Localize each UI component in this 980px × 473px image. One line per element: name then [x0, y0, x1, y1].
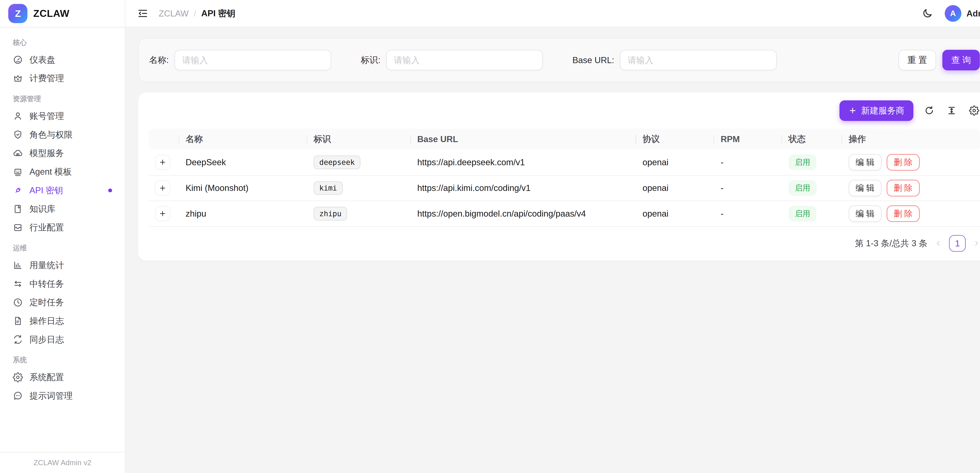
- sidebar-item-operation-logs[interactable]: 操作日志: [6, 312, 119, 330]
- api-plug-icon: [13, 185, 23, 196]
- base-url-filter-input[interactable]: [620, 50, 777, 70]
- expand-row-button[interactable]: [155, 180, 170, 196]
- user-menu[interactable]: A Admin: [945, 5, 980, 22]
- reload-icon: [924, 105, 934, 116]
- sidebar-item-sync-logs[interactable]: 同步日志: [6, 330, 119, 349]
- sidebar-item-label: 行业配置: [29, 222, 64, 233]
- sidebar-item-roles[interactable]: 角色与权限: [6, 126, 119, 144]
- column-header-base-url: Base URL: [411, 129, 636, 150]
- menu-fold-icon: [137, 8, 149, 19]
- active-dot: [108, 189, 112, 193]
- delete-button[interactable]: 删 除: [887, 205, 920, 222]
- filter-actions: 重 置 查 询: [899, 50, 980, 70]
- slug-filter-label: 标识:: [361, 54, 380, 66]
- chevron-right-icon: [973, 239, 980, 247]
- name-filter-input[interactable]: [175, 50, 331, 70]
- prev-page-button[interactable]: [934, 239, 942, 247]
- sidebar-item-label: 账号管理: [29, 110, 64, 122]
- plus-icon: [159, 184, 166, 192]
- column-header-status: 状态: [782, 129, 842, 150]
- sidebar-item-prompt-management[interactable]: 提示词管理: [6, 387, 119, 405]
- row-actions: 编 辑 删 除: [849, 205, 974, 222]
- cloud-server-icon: [13, 148, 23, 158]
- filter-bar: 名称: 标识: Base URL: 重 置 查 询: [138, 38, 980, 83]
- sidebar-item-dashboard[interactable]: 仪表盘: [6, 51, 119, 69]
- expand-row-button[interactable]: [155, 206, 170, 221]
- sidebar-item-billing[interactable]: 计费管理: [6, 69, 119, 88]
- sidebar-item-industry-config[interactable]: 行业配置: [6, 218, 119, 237]
- sidebar-item-label: 操作日志: [29, 315, 64, 327]
- user-icon: [13, 111, 23, 121]
- sidebar-item-label: 知识库: [29, 203, 55, 215]
- base-url-filter-label: Base URL:: [572, 55, 614, 65]
- breadcrumb: ZCLAW / API 密钥: [159, 8, 235, 19]
- refresh-button[interactable]: [923, 104, 936, 117]
- sidebar-collapse-button[interactable]: [136, 6, 150, 21]
- avatar: A: [945, 5, 961, 22]
- chat-bubble-icon: [13, 391, 23, 401]
- sidebar-item-accounts[interactable]: 账号管理: [6, 107, 119, 126]
- sidebar-item-model-services[interactable]: 模型服务: [6, 144, 119, 163]
- gear-icon: [13, 372, 23, 382]
- delete-button[interactable]: 删 除: [887, 154, 920, 171]
- pagination: 第 1-3 条/总共 3 条 1: [149, 235, 980, 252]
- row-density-button[interactable]: [945, 104, 958, 117]
- user-name: Admin: [966, 9, 980, 18]
- edit-button[interactable]: 编 辑: [849, 205, 881, 222]
- swap-icon: [13, 279, 23, 289]
- sidebar-item-relay-tasks[interactable]: 中转任务: [6, 275, 119, 293]
- sidebar-nav: 核心 仪表盘 计费管理 资源管理 账号管理 角色与权限 模型服务: [0, 27, 125, 452]
- plus-icon: [848, 107, 857, 115]
- reset-button[interactable]: 重 置: [899, 50, 936, 70]
- table-toolbar: 新建服务商: [149, 100, 980, 121]
- clock-icon: [13, 297, 23, 307]
- dashboard-icon: [13, 55, 23, 65]
- sidebar-item-usage-stats[interactable]: 用量统计: [6, 256, 119, 275]
- moon-icon: [921, 8, 933, 19]
- table-card: 新建服务商 名称: [138, 93, 980, 261]
- delete-button[interactable]: 删 除: [887, 180, 920, 196]
- provider-base-url: https://api.deepseek.com/v1: [411, 150, 636, 175]
- sidebar-item-label: 提示词管理: [29, 390, 73, 401]
- shield-check-icon: [13, 129, 23, 140]
- search-button[interactable]: 查 询: [942, 50, 980, 70]
- next-page-button[interactable]: [973, 239, 980, 247]
- shop-icon: [13, 223, 23, 233]
- sidebar-item-knowledge-base[interactable]: 知识库: [6, 200, 119, 218]
- provider-rpm: -: [714, 201, 782, 226]
- edit-button[interactable]: 编 辑: [849, 180, 881, 196]
- provider-name: DeepSeek: [179, 150, 307, 175]
- edit-button[interactable]: 编 辑: [849, 154, 881, 171]
- table-row: DeepSeek deepseek https://api.deepseek.c…: [149, 150, 980, 175]
- sidebar-item-label: 同步日志: [29, 334, 64, 346]
- brand[interactable]: Z ZCLAW: [0, 0, 125, 27]
- filter-field-slug: 标识:: [361, 50, 543, 70]
- expand-row-button[interactable]: [155, 154, 170, 170]
- plus-icon: [159, 158, 166, 166]
- brand-logo-icon: Z: [8, 4, 27, 23]
- nav-section-label-resources: 资源管理: [6, 88, 119, 107]
- plus-icon: [159, 210, 166, 217]
- sidebar-item-agent-templates[interactable]: Agent 模板: [6, 162, 119, 181]
- page-1-button[interactable]: 1: [949, 235, 966, 252]
- table-row: zhipu zhipu https://open.bigmodel.cn/api…: [149, 201, 980, 226]
- sidebar-item-system-config[interactable]: 系统配置: [6, 368, 119, 387]
- create-provider-button[interactable]: 新建服务商: [840, 100, 913, 121]
- sidebar-item-scheduled-tasks[interactable]: 定时任务: [6, 293, 119, 312]
- sidebar-item-api-keys[interactable]: API 密钥: [6, 181, 119, 200]
- dark-mode-toggle[interactable]: [920, 6, 934, 21]
- sidebar-footer-version: ZCLAW Admin v2: [0, 452, 125, 473]
- column-header-actions: 操作: [842, 129, 980, 150]
- topbar: ZCLAW / API 密钥 A Admin: [126, 0, 980, 27]
- status-badge: 启用: [789, 154, 817, 170]
- breadcrumb-root[interactable]: ZCLAW: [159, 9, 189, 18]
- sidebar-item-label: 定时任务: [29, 296, 64, 308]
- nav-section-label-ops: 运维: [6, 237, 119, 256]
- column-settings-button[interactable]: [968, 104, 980, 117]
- status-badge: 启用: [789, 180, 817, 196]
- pagination-summary: 第 1-3 条/总共 3 条: [855, 237, 928, 249]
- slug-filter-input[interactable]: [386, 50, 543, 70]
- provider-base-url: https://open.bigmodel.cn/api/coding/paas…: [411, 201, 636, 226]
- brand-name: ZCLAW: [33, 8, 70, 19]
- sidebar-item-label: 角色与权限: [29, 129, 73, 140]
